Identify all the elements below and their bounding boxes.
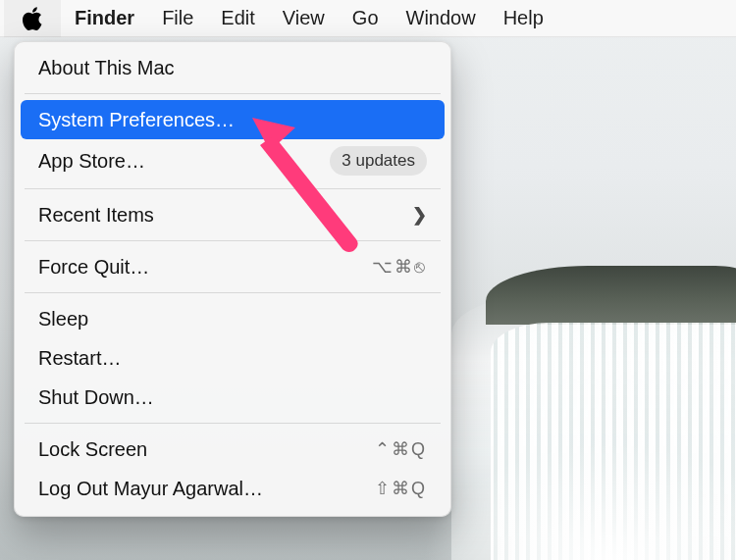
menu-separator xyxy=(25,423,441,424)
menubar-item-file[interactable]: File xyxy=(148,0,207,37)
menu-item-label: Shut Down… xyxy=(38,384,154,410)
menu-item-recent-items[interactable]: Recent Items ❯ xyxy=(21,195,445,234)
apple-logo-icon xyxy=(22,7,43,30)
menu-item-restart[interactable]: Restart… xyxy=(21,338,445,378)
menu-item-shut-down[interactable]: Shut Down… xyxy=(21,378,445,417)
menu-separator xyxy=(25,188,441,189)
menubar-item-edit[interactable]: Edit xyxy=(207,0,268,37)
menubar-item-help[interactable]: Help xyxy=(490,0,557,37)
menu-item-label: Lock Screen xyxy=(38,436,147,462)
menubar-item-go[interactable]: Go xyxy=(339,0,393,37)
menu-item-label: App Store… xyxy=(38,148,145,174)
menubar-item-finder[interactable]: Finder xyxy=(61,0,148,37)
menu-item-label: Log Out Mayur Agarwal… xyxy=(38,476,263,501)
menu-item-app-store[interactable]: App Store… 3 updates xyxy=(21,139,445,182)
menu-separator xyxy=(25,292,441,293)
menu-item-about-this-mac[interactable]: About This Mac xyxy=(21,48,445,87)
menu-item-system-preferences[interactable]: System Preferences… xyxy=(21,100,445,139)
menu-item-label: Force Quit… xyxy=(38,254,149,280)
menubar-item-window[interactable]: Window xyxy=(393,0,490,37)
menubar-item-view[interactable]: View xyxy=(269,0,339,37)
menu-item-lock-screen[interactable]: Lock Screen ⌃⌘Q xyxy=(21,430,445,469)
menu-item-label: Recent Items xyxy=(38,202,154,228)
menu-item-label: Sleep xyxy=(38,306,88,331)
menu-item-label: About This Mac xyxy=(38,55,175,80)
keyboard-shortcut: ⌥⌘⎋ xyxy=(372,254,427,280)
updates-badge: 3 updates xyxy=(330,146,427,176)
menu-item-log-out[interactable]: Log Out Mayur Agarwal… ⇧⌘Q xyxy=(21,469,445,508)
menu-item-label: Restart… xyxy=(38,345,121,371)
apple-menu-dropdown: About This Mac System Preferences… App S… xyxy=(14,41,451,517)
menu-separator xyxy=(25,93,441,94)
menubar: Finder File Edit View Go Window Help xyxy=(0,0,736,37)
keyboard-shortcut: ⌃⌘Q xyxy=(375,436,427,462)
menu-item-sleep[interactable]: Sleep xyxy=(21,299,445,338)
menu-item-force-quit[interactable]: Force Quit… ⌥⌘⎋ xyxy=(21,247,445,286)
menu-item-label: System Preferences… xyxy=(38,107,235,132)
keyboard-shortcut: ⇧⌘Q xyxy=(375,476,427,501)
menu-separator xyxy=(25,240,441,241)
apple-menu-button[interactable] xyxy=(4,0,61,37)
chevron-right-icon: ❯ xyxy=(412,202,427,228)
